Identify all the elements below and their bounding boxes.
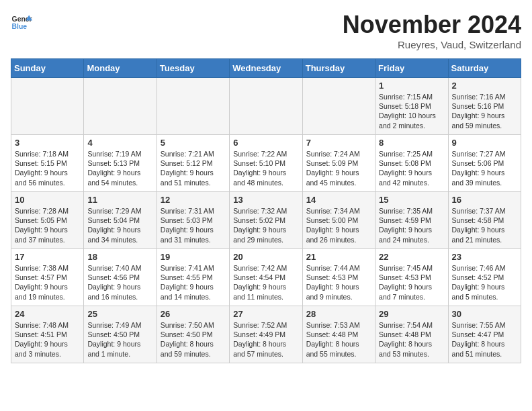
day-number: 11 [87, 195, 152, 205]
day-info: Sunrise: 7:29 AM Sunset: 5:04 PM Dayligh… [87, 206, 152, 244]
calendar-day-cell: 3Sunrise: 7:18 AM Sunset: 5:15 PM Daylig… [11, 135, 84, 192]
day-info: Sunrise: 7:34 AM Sunset: 5:00 PM Dayligh… [306, 206, 371, 244]
day-number: 17 [15, 252, 80, 262]
day-info: Sunrise: 7:46 AM Sunset: 4:52 PM Dayligh… [452, 263, 517, 302]
calendar-day-cell: 8Sunrise: 7:25 AM Sunset: 5:08 PM Daylig… [375, 135, 448, 192]
day-number: 29 [379, 309, 444, 319]
weekday-header-cell: Sunday [11, 59, 84, 78]
title-block: November 2024 Rueyres, Vaud, Switzerland [343, 11, 521, 50]
calendar-day-cell: 24Sunrise: 7:48 AM Sunset: 4:51 PM Dayli… [11, 306, 84, 363]
calendar-day-cell: 17Sunrise: 7:38 AM Sunset: 4:57 PM Dayli… [11, 249, 84, 306]
day-number: 25 [87, 309, 152, 319]
day-number: 14 [306, 195, 371, 205]
day-number: 27 [233, 309, 298, 319]
day-number: 1 [379, 81, 444, 91]
day-info: Sunrise: 7:42 AM Sunset: 4:54 PM Dayligh… [233, 263, 298, 302]
calendar-day-cell: 21Sunrise: 7:44 AM Sunset: 4:53 PM Dayli… [302, 249, 375, 306]
weekday-header-cell: Monday [84, 59, 157, 78]
day-number: 4 [87, 138, 152, 148]
calendar-day-cell: 29Sunrise: 7:54 AM Sunset: 4:48 PM Dayli… [375, 306, 448, 363]
calendar-day-cell: 25Sunrise: 7:49 AM Sunset: 4:50 PM Dayli… [84, 306, 157, 363]
day-number: 7 [306, 138, 371, 148]
calendar-day-cell: 20Sunrise: 7:42 AM Sunset: 4:54 PM Dayli… [230, 249, 302, 306]
day-info: Sunrise: 7:31 AM Sunset: 5:03 PM Dayligh… [161, 206, 226, 244]
calendar-day-cell: 10Sunrise: 7:28 AM Sunset: 5:05 PM Dayli… [11, 192, 84, 249]
calendar-day-cell [157, 78, 229, 135]
day-number: 24 [15, 309, 80, 319]
month-title: November 2024 [343, 11, 521, 39]
calendar-day-cell: 9Sunrise: 7:27 AM Sunset: 5:06 PM Daylig… [448, 135, 521, 192]
calendar-day-cell: 13Sunrise: 7:32 AM Sunset: 5:02 PM Dayli… [230, 192, 302, 249]
calendar-day-cell: 6Sunrise: 7:22 AM Sunset: 5:10 PM Daylig… [230, 135, 302, 192]
calendar-day-cell: 15Sunrise: 7:35 AM Sunset: 4:59 PM Dayli… [375, 192, 448, 249]
calendar-day-cell: 18Sunrise: 7:40 AM Sunset: 4:56 PM Dayli… [84, 249, 157, 306]
calendar-day-cell: 2Sunrise: 7:16 AM Sunset: 5:16 PM Daylig… [448, 78, 521, 135]
day-number: 5 [161, 138, 226, 148]
day-number: 12 [161, 195, 226, 205]
day-info: Sunrise: 7:53 AM Sunset: 4:48 PM Dayligh… [306, 320, 371, 359]
day-number: 22 [379, 252, 444, 262]
day-number: 3 [15, 138, 80, 148]
day-info: Sunrise: 7:49 AM Sunset: 4:50 PM Dayligh… [87, 320, 152, 359]
calendar-day-cell: 30Sunrise: 7:55 AM Sunset: 4:47 PM Dayli… [448, 306, 521, 363]
day-number: 16 [452, 195, 517, 205]
day-info: Sunrise: 7:40 AM Sunset: 4:56 PM Dayligh… [87, 263, 152, 302]
day-info: Sunrise: 7:22 AM Sunset: 5:10 PM Dayligh… [233, 149, 298, 187]
day-info: Sunrise: 7:21 AM Sunset: 5:12 PM Dayligh… [161, 149, 226, 187]
day-info: Sunrise: 7:38 AM Sunset: 4:57 PM Dayligh… [15, 263, 80, 302]
calendar-table: SundayMondayTuesdayWednesdayThursdayFrid… [11, 58, 521, 363]
day-number: 20 [233, 252, 298, 262]
day-info: Sunrise: 7:37 AM Sunset: 4:58 PM Dayligh… [452, 206, 517, 244]
day-number: 18 [87, 252, 152, 262]
calendar-week-row: 17Sunrise: 7:38 AM Sunset: 4:57 PM Dayli… [11, 249, 521, 306]
day-number: 13 [233, 195, 298, 205]
day-info: Sunrise: 7:45 AM Sunset: 4:53 PM Dayligh… [379, 263, 444, 302]
weekday-header-cell: Tuesday [157, 59, 229, 78]
calendar-day-cell: 19Sunrise: 7:41 AM Sunset: 4:55 PM Dayli… [157, 249, 229, 306]
calendar-day-cell: 27Sunrise: 7:52 AM Sunset: 4:49 PM Dayli… [230, 306, 302, 363]
day-info: Sunrise: 7:41 AM Sunset: 4:55 PM Dayligh… [161, 263, 226, 302]
calendar-week-row: 1Sunrise: 7:15 AM Sunset: 5:18 PM Daylig… [11, 78, 521, 135]
day-info: Sunrise: 7:15 AM Sunset: 5:18 PM Dayligh… [379, 92, 444, 130]
calendar-day-cell: 5Sunrise: 7:21 AM Sunset: 5:12 PM Daylig… [157, 135, 229, 192]
day-info: Sunrise: 7:24 AM Sunset: 5:09 PM Dayligh… [306, 149, 371, 187]
day-number: 9 [452, 138, 517, 148]
day-number: 8 [379, 138, 444, 148]
calendar-day-cell: 4Sunrise: 7:19 AM Sunset: 5:13 PM Daylig… [84, 135, 157, 192]
day-info: Sunrise: 7:55 AM Sunset: 4:47 PM Dayligh… [452, 320, 517, 359]
weekday-header-cell: Wednesday [230, 59, 302, 78]
day-number: 28 [306, 309, 371, 319]
calendar-day-cell [84, 78, 157, 135]
day-info: Sunrise: 7:18 AM Sunset: 5:15 PM Dayligh… [15, 149, 80, 187]
day-number: 26 [161, 309, 226, 319]
logo: General Blue [11, 11, 32, 32]
calendar-day-cell: 23Sunrise: 7:46 AM Sunset: 4:52 PM Dayli… [448, 249, 521, 306]
day-info: Sunrise: 7:25 AM Sunset: 5:08 PM Dayligh… [379, 149, 444, 187]
calendar-day-cell [11, 78, 84, 135]
page-header: General Blue November 2024 Rueyres, Vaud… [11, 11, 521, 50]
day-info: Sunrise: 7:35 AM Sunset: 4:59 PM Dayligh… [379, 206, 444, 244]
weekday-header-cell: Saturday [448, 59, 521, 78]
calendar-day-cell: 28Sunrise: 7:53 AM Sunset: 4:48 PM Dayli… [302, 306, 375, 363]
day-number: 6 [233, 138, 298, 148]
calendar-day-cell: 11Sunrise: 7:29 AM Sunset: 5:04 PM Dayli… [84, 192, 157, 249]
calendar-day-cell [230, 78, 302, 135]
day-info: Sunrise: 7:16 AM Sunset: 5:16 PM Dayligh… [452, 92, 517, 130]
calendar-week-row: 10Sunrise: 7:28 AM Sunset: 5:05 PM Dayli… [11, 192, 521, 249]
day-info: Sunrise: 7:52 AM Sunset: 4:49 PM Dayligh… [233, 320, 298, 359]
day-number: 10 [15, 195, 80, 205]
calendar-day-cell: 26Sunrise: 7:50 AM Sunset: 4:50 PM Dayli… [157, 306, 229, 363]
day-info: Sunrise: 7:50 AM Sunset: 4:50 PM Dayligh… [161, 320, 226, 359]
weekday-header-cell: Thursday [302, 59, 375, 78]
day-info: Sunrise: 7:28 AM Sunset: 5:05 PM Dayligh… [15, 206, 80, 244]
calendar-day-cell: 7Sunrise: 7:24 AM Sunset: 5:09 PM Daylig… [302, 135, 375, 192]
day-info: Sunrise: 7:32 AM Sunset: 5:02 PM Dayligh… [233, 206, 298, 244]
calendar-day-cell: 12Sunrise: 7:31 AM Sunset: 5:03 PM Dayli… [157, 192, 229, 249]
day-info: Sunrise: 7:48 AM Sunset: 4:51 PM Dayligh… [15, 320, 80, 359]
day-number: 21 [306, 252, 371, 262]
calendar-day-cell: 14Sunrise: 7:34 AM Sunset: 5:00 PM Dayli… [302, 192, 375, 249]
calendar-day-cell: 22Sunrise: 7:45 AM Sunset: 4:53 PM Dayli… [375, 249, 448, 306]
day-number: 23 [452, 252, 517, 262]
day-info: Sunrise: 7:27 AM Sunset: 5:06 PM Dayligh… [452, 149, 517, 187]
svg-text:Blue: Blue [12, 23, 28, 30]
